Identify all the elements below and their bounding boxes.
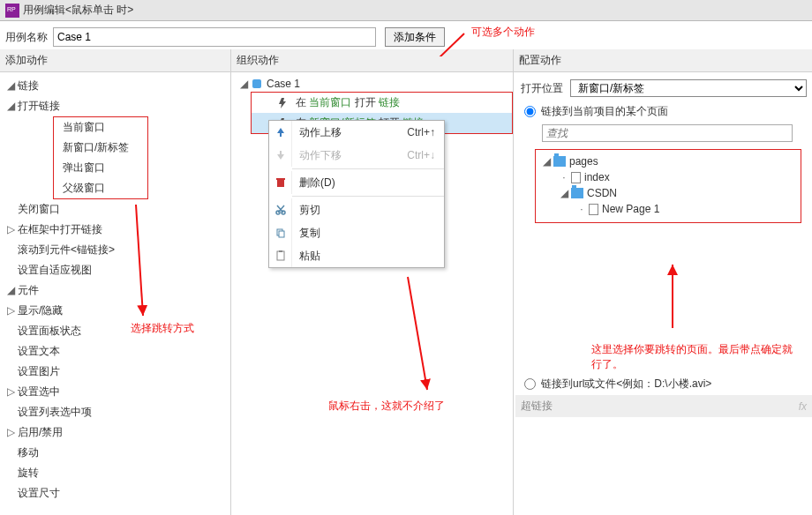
page-icon xyxy=(571,172,581,183)
tree-popup[interactable]: 弹出窗口 xyxy=(54,158,147,178)
tree-set-image[interactable]: ·设置图片 xyxy=(2,362,230,382)
radio-link-page-input[interactable] xyxy=(524,106,536,117)
mid-panel-body: ◢ Case 1 在 当前窗口 打开 链接 在 新窗口/新标签 xyxy=(231,72,513,515)
svg-line-11 xyxy=(408,277,427,390)
tree-show-hide[interactable]: ▷显示/隐藏 xyxy=(2,301,230,321)
tree-open-in-frame[interactable]: ▷在框架中打开链接 xyxy=(2,220,230,240)
context-menu: 动作上移Ctrl+↑ 动作下移Ctrl+↓ 删除(D) 剪切 xyxy=(268,120,445,268)
open-location-select[interactable]: 新窗口/新标签 xyxy=(570,79,807,97)
case-name-input[interactable] xyxy=(53,27,376,47)
tree-links[interactable]: ◢链接 xyxy=(2,76,230,96)
app-icon xyxy=(5,4,19,18)
tree-set-size[interactable]: ·设置尺寸 xyxy=(2,483,230,504)
hyperlink-label: 超链接 xyxy=(521,399,553,414)
tree-current-window[interactable]: 当前窗口 xyxy=(54,117,147,138)
menu-move-down: 动作下移Ctrl+↓ xyxy=(269,144,444,167)
tree-close-window[interactable]: ·关闭窗口 xyxy=(2,199,230,220)
page-new-page-1[interactable]: ·New Page 1 xyxy=(539,201,797,217)
svg-rect-8 xyxy=(279,231,284,237)
highlight-open-targets: 当前窗口 新窗口/新标签 弹出窗口 父级窗口 xyxy=(53,116,148,199)
right-panel: 配置动作 打开位置 新窗口/新标签 链接到当前项目的某个页面 ◢pages ·i… xyxy=(514,49,812,515)
tree-set-selected[interactable]: ▷设置选中 xyxy=(2,382,230,402)
tree-move[interactable]: ·移动 xyxy=(2,443,230,463)
right-panel-header: 配置动作 xyxy=(514,49,812,72)
cut-icon xyxy=(269,198,292,221)
radio-link-page[interactable]: 链接到当前项目的某个页面 xyxy=(515,101,812,123)
case-name-row: 用例名称 添加条件 可选多个动作 xyxy=(0,21,812,49)
left-panel-header: 添加动作 xyxy=(0,49,230,72)
svg-rect-3 xyxy=(277,180,284,187)
open-location-row: 打开位置 新窗口/新标签 xyxy=(515,76,812,101)
folder-icon xyxy=(571,188,583,198)
add-condition-button[interactable]: 添加条件 xyxy=(385,27,445,47)
action-row-current[interactable]: 在 当前窗口 打开 链接 xyxy=(252,93,512,113)
radio-link-url-input[interactable] xyxy=(524,378,536,390)
page-search-input[interactable] xyxy=(542,124,793,142)
paste-icon xyxy=(269,244,292,267)
arrow-up-icon xyxy=(269,121,292,144)
tree-adaptive-view[interactable]: ·设置自适应视图 xyxy=(2,260,230,280)
case-name-label: 用例名称 xyxy=(5,30,48,45)
tree-rotate[interactable]: ·旋转 xyxy=(2,463,230,483)
svg-rect-2 xyxy=(252,79,261,88)
arrow-down-icon xyxy=(269,144,292,167)
tree-scroll-anchor[interactable]: ·滚动到元件<锚链接> xyxy=(2,240,230,260)
folder-csdn[interactable]: ◢CSDN xyxy=(539,185,797,201)
annotation-pick-page: 这里选择你要跳转的页面。最后带点确定就行了。 xyxy=(584,337,805,377)
fx-icon[interactable]: fx xyxy=(799,400,807,413)
copy-icon xyxy=(269,221,292,244)
action-tree: ◢链接 ◢打开链接 当前窗口 新窗口/新标签 弹出窗口 父级窗口 ·关闭窗口 ▷… xyxy=(0,72,230,515)
annotation-choose-method: 选择跳转方式 xyxy=(131,321,194,336)
menu-copy[interactable]: 复制 xyxy=(269,221,444,244)
pages-tree-box: ◢pages ·index ◢CSDN ·New Page 1 xyxy=(535,149,801,223)
mid-panel-header: 组织动作 xyxy=(231,49,513,72)
folder-icon xyxy=(553,156,566,167)
delete-icon xyxy=(269,171,292,194)
menu-paste[interactable]: 粘贴 xyxy=(269,244,444,267)
svg-rect-9 xyxy=(277,251,284,260)
tree-parent[interactable]: 父级窗口 xyxy=(54,178,147,198)
tree-panel-state[interactable]: ·设置面板状态 xyxy=(2,321,230,341)
window-title: 用例编辑<鼠标单击 时> xyxy=(23,3,133,18)
tree-set-text[interactable]: ·设置文本 xyxy=(2,341,230,362)
hyperlink-row: 超链接 fx xyxy=(515,395,812,417)
annotation-top: 可选多个动作 xyxy=(471,25,535,40)
annotation-right-click: 鼠标右击，这就不介绍了 xyxy=(328,399,445,414)
svg-rect-10 xyxy=(279,250,282,252)
page-icon xyxy=(589,204,598,215)
tree-set-list-item[interactable]: ·设置列表选中项 xyxy=(2,402,230,422)
left-panel: 添加动作 ◢链接 ◢打开链接 当前窗口 新窗口/新标签 弹出窗口 父级窗口 ·关… xyxy=(0,49,231,515)
folder-pages[interactable]: ◢pages xyxy=(539,153,797,169)
tree-elements[interactable]: ◢元件 xyxy=(2,280,230,301)
columns: 添加动作 ◢链接 ◢打开链接 当前窗口 新窗口/新标签 弹出窗口 父级窗口 ·关… xyxy=(0,49,812,515)
mid-panel: 组织动作 ◢ Case 1 在 当前窗口 打开 链接 xyxy=(231,49,514,515)
page-index[interactable]: ·index xyxy=(539,169,797,185)
tree-enable-disable[interactable]: ▷启用/禁用 xyxy=(2,422,230,443)
menu-delete[interactable]: 删除(D) xyxy=(269,171,444,194)
right-panel-body: 打开位置 新窗口/新标签 链接到当前项目的某个页面 ◢pages ·index … xyxy=(514,72,812,515)
tree-open-link[interactable]: ◢打开链接 xyxy=(2,96,230,116)
menu-cut[interactable]: 剪切 xyxy=(269,198,444,221)
page-search-row xyxy=(515,123,812,146)
menu-move-up[interactable]: 动作上移Ctrl+↑ xyxy=(269,121,444,144)
open-location-label: 打开位置 xyxy=(521,81,570,96)
window-titlebar: 用例编辑<鼠标单击 时> xyxy=(0,0,812,21)
tree-new-tab[interactable]: 新窗口/新标签 xyxy=(54,138,147,158)
case-node[interactable]: ◢ Case 1 xyxy=(235,76,513,92)
bolt-icon xyxy=(276,97,289,109)
case-icon xyxy=(251,78,263,90)
